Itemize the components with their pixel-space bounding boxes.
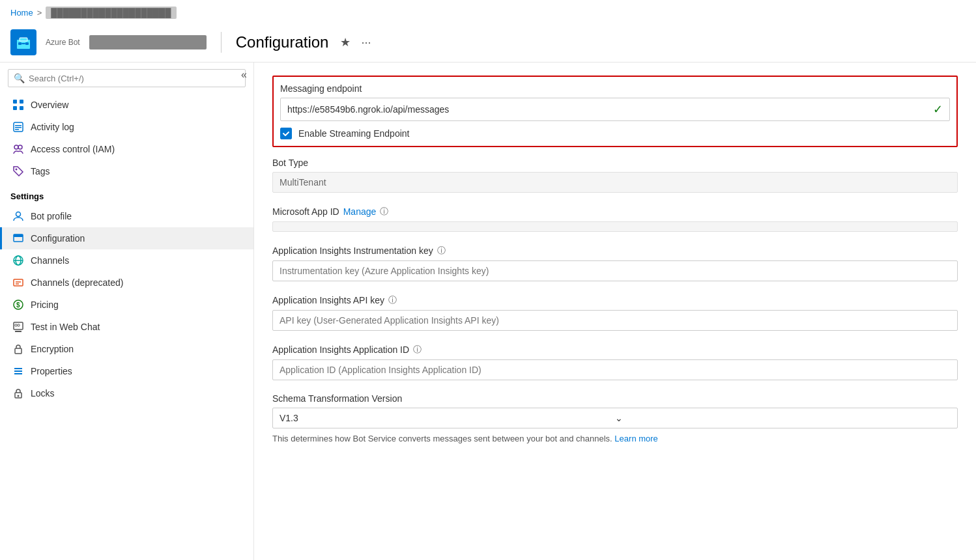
svg-rect-5 xyxy=(13,100,17,104)
overview-icon xyxy=(12,99,24,111)
svg-rect-4 xyxy=(22,43,25,44)
page-title: Configuration xyxy=(236,33,329,51)
breadcrumb-home[interactable]: Home xyxy=(10,8,33,18)
sidebar-item-tags[interactable]: Tags xyxy=(0,160,253,182)
schema-version-select[interactable]: V1.3 ⌄ xyxy=(272,408,958,428)
favorite-icon[interactable]: ★ xyxy=(337,33,353,52)
bot-type-label: Bot Type xyxy=(272,158,958,168)
svg-rect-3 xyxy=(25,42,29,45)
search-input[interactable] xyxy=(29,74,240,83)
app-insights-app-id-input[interactable] xyxy=(272,359,958,380)
sidebar-item-configuration-label: Configuration xyxy=(31,233,85,244)
sidebar-item-configuration[interactable]: Configuration xyxy=(0,227,253,249)
sidebar-item-pricing-label: Pricing xyxy=(31,300,59,310)
sidebar-item-activity-log-label: Activity log xyxy=(31,122,74,132)
streaming-endpoint-row[interactable]: Enable Streaming Endpoint xyxy=(280,128,950,139)
sidebar-item-channels-label: Channels xyxy=(31,255,69,266)
app-insights-api-key-label: Application Insights API key ⓘ xyxy=(272,294,958,306)
sidebar-item-channels-deprecated-label: Channels (deprecated) xyxy=(31,277,123,288)
sidebar-item-access-control-label: Access control (IAM) xyxy=(31,144,115,154)
sidebar-item-locks[interactable]: Locks xyxy=(0,382,253,404)
sidebar-item-channels[interactable]: Channels xyxy=(0,249,253,272)
svg-rect-28 xyxy=(15,331,22,332)
app-insights-key-section: Application Insights Instrumentation key… xyxy=(272,245,958,281)
sidebar-item-overview[interactable]: Overview xyxy=(0,94,253,116)
checkbox-check-icon xyxy=(282,130,290,137)
resource-name-redacted xyxy=(89,35,207,49)
header-title-area: Azure Bot xyxy=(46,38,80,47)
bot-type-input: MultiTenant xyxy=(272,172,958,193)
sidebar-item-overview-label: Overview xyxy=(31,100,68,110)
sidebar-item-properties-label: Properties xyxy=(31,366,72,376)
collapse-button[interactable]: « xyxy=(241,69,247,81)
search-bar[interactable]: 🔍 xyxy=(8,69,246,87)
app-insights-app-id-info-icon[interactable]: ⓘ xyxy=(413,344,422,356)
schema-version-chevron-icon: ⌄ xyxy=(615,413,951,423)
svg-rect-2 xyxy=(18,42,22,45)
sidebar-item-locks-label: Locks xyxy=(31,388,55,399)
streaming-endpoint-checkbox[interactable] xyxy=(280,128,292,139)
svg-rect-7 xyxy=(13,106,17,110)
schema-version-section: Schema Transformation Version V1.3 ⌄ Thi… xyxy=(272,393,958,443)
header-actions: ★ ··· xyxy=(337,33,373,52)
manage-link[interactable]: Manage xyxy=(343,206,377,217)
svg-point-15 xyxy=(16,169,18,171)
microsoft-app-id-input xyxy=(272,221,958,232)
svg-point-16 xyxy=(16,212,21,217)
channels-deprecated-icon xyxy=(12,277,24,288)
svg-point-14 xyxy=(18,145,22,149)
app-insights-api-key-info-icon[interactable]: ⓘ xyxy=(388,294,397,306)
check-icon: ✓ xyxy=(933,102,943,117)
svg-rect-6 xyxy=(20,100,23,104)
svg-rect-11 xyxy=(15,127,22,128)
pricing-icon: $ xyxy=(12,299,24,311)
svg-rect-27 xyxy=(18,324,20,326)
sidebar-item-channels-deprecated[interactable]: Channels (deprecated) xyxy=(0,272,253,294)
more-options-icon[interactable]: ··· xyxy=(358,33,373,52)
app-insights-key-input[interactable] xyxy=(272,260,958,281)
sidebar-item-pricing[interactable]: $ Pricing xyxy=(0,294,253,316)
sidebar-item-access-control[interactable]: Access control (IAM) xyxy=(0,138,253,160)
microsoft-app-id-section: Microsoft App ID Manage ⓘ xyxy=(272,206,958,232)
messaging-endpoint-input[interactable]: ✓ xyxy=(280,98,950,121)
app-insights-key-label: Application Insights Instrumentation key… xyxy=(272,245,958,257)
header-divider xyxy=(221,32,222,53)
sidebar-item-bot-profile-label: Bot profile xyxy=(31,211,72,221)
header-bar: Azure Bot Configuration ★ ··· xyxy=(0,25,976,63)
access-control-icon xyxy=(12,143,24,155)
bot-type-section: Bot Type MultiTenant xyxy=(272,158,958,193)
microsoft-app-id-label: Microsoft App ID Manage ⓘ xyxy=(272,206,958,217)
messaging-endpoint-label: Messaging endpoint xyxy=(280,83,950,94)
messaging-endpoint-field[interactable] xyxy=(287,104,933,115)
search-icon: 🔍 xyxy=(14,73,25,83)
bot-svg-icon xyxy=(14,33,33,51)
messaging-endpoint-section: Messaging endpoint ✓ Enable Streaming En… xyxy=(272,76,958,147)
breadcrumb: Home > ████████████████████ xyxy=(0,0,976,25)
sidebar-item-encryption[interactable]: Encryption xyxy=(0,338,253,360)
tags-icon xyxy=(12,165,24,177)
locks-icon xyxy=(12,387,24,399)
main-layout: 🔍 « Overview Activity log Access control… xyxy=(0,63,976,560)
content-area: Messaging endpoint ✓ Enable Streaming En… xyxy=(254,63,976,560)
schema-learn-more-link[interactable]: Learn more xyxy=(614,434,657,443)
schema-version-label: Schema Transformation Version xyxy=(272,393,958,404)
properties-icon xyxy=(12,365,24,377)
breadcrumb-separator: > xyxy=(37,8,42,18)
sidebar-item-activity-log[interactable]: Activity log xyxy=(0,116,253,138)
schema-note: This determines how Bot Service converts… xyxy=(272,434,958,443)
app-insights-api-key-input[interactable] xyxy=(272,310,958,331)
svg-rect-10 xyxy=(15,125,22,126)
sidebar-item-bot-profile[interactable]: Bot profile xyxy=(0,205,253,227)
svg-text:$: $ xyxy=(16,301,20,309)
settings-section-label: Settings xyxy=(0,182,253,205)
channels-icon xyxy=(12,255,24,266)
encryption-icon xyxy=(12,343,24,355)
microsoft-app-id-info-icon[interactable]: ⓘ xyxy=(380,206,388,217)
svg-point-13 xyxy=(14,145,18,149)
svg-rect-12 xyxy=(15,129,19,130)
sidebar-item-properties[interactable]: Properties xyxy=(0,360,253,382)
svg-rect-29 xyxy=(15,348,22,354)
sidebar-item-test-in-web-chat[interactable]: Test in Web Chat xyxy=(0,316,253,338)
app-insights-key-info-icon[interactable]: ⓘ xyxy=(437,245,446,257)
app-insights-api-key-section: Application Insights API key ⓘ xyxy=(272,294,958,331)
